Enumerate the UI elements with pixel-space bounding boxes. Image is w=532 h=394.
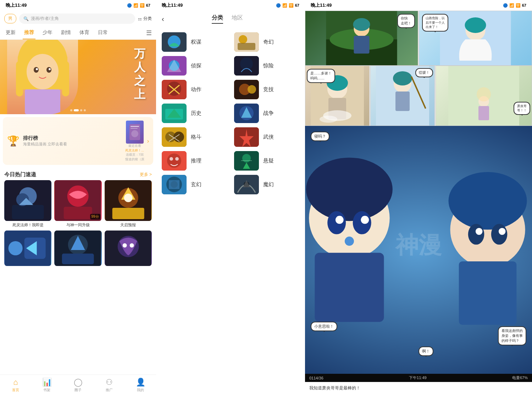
comic-name-1: 死灵法师！我即是: [4, 222, 51, 228]
back-button[interactable]: ‹: [162, 15, 164, 23]
bubble-sleeping: 寝吗？: [311, 132, 329, 141]
nav-home-label: 首页: [12, 388, 19, 393]
bubble-pose: 看我这彪悍的身姿，像有事的样子吗？: [498, 326, 526, 345]
svg-point-102: [336, 216, 344, 224]
cat-item-lishi[interactable]: 历史: [162, 104, 227, 123]
cat-label-zhentang: 侦探: [191, 62, 201, 69]
svg-point-103: [361, 216, 369, 224]
search-bar: 男 🔍 漫画/作者/主角 ⚏ 分类: [0, 11, 156, 27]
status-icons-reader: 🔵 📶 🛜 67: [503, 3, 526, 8]
svg-point-104: [345, 237, 354, 246]
comic-card-6[interactable]: [105, 231, 152, 266]
nav-promote-label: 推广: [106, 388, 113, 393]
cat-item-qihuan[interactable]: 奇幻: [234, 32, 299, 52]
bubble-5: 萧炎哥哥！！: [514, 102, 530, 115]
sig-icon-reader: 📶: [509, 3, 514, 8]
bubble-2: 山路危险，以后不要一个人出来了！: [422, 14, 448, 32]
cat-item-zhentang[interactable]: 侦探: [162, 56, 227, 76]
svg-rect-94: [478, 106, 489, 120]
cat-thumb-xuanyi: [234, 151, 259, 171]
banner-title: 万人之上: [134, 47, 145, 101]
bt-icon-reader: 🔵: [503, 3, 508, 8]
nav-circle[interactable]: ◯ 圈子: [62, 378, 94, 393]
home-icon: ⌂: [13, 378, 18, 387]
ranking-title: 排行榜: [23, 135, 122, 141]
comic-thumb-6: [105, 231, 152, 266]
cat-item-xuanyi[interactable]: 悬疑: [234, 151, 299, 171]
cat-item-dongzuo[interactable]: 动作: [162, 80, 227, 99]
comic-card-2[interactable]: 99分 与神一同升级: [54, 180, 101, 228]
menu-icon[interactable]: ☰: [146, 29, 152, 37]
svg-rect-41: [238, 43, 255, 50]
manga-cell-1: 你快走吧！: [305, 11, 418, 66]
cat-item-wuxia[interactable]: 武侠: [234, 127, 299, 147]
comic-thumb-2: 99分: [54, 180, 101, 221]
comic-thumb-3: [105, 180, 152, 221]
cat-item-xuanhuan[interactable]: 玄幻: [162, 175, 227, 194]
svg-point-61: [170, 157, 173, 161]
cat-row-5: 格斗 武侠: [156, 125, 305, 149]
svg-point-5: [36, 68, 38, 70]
tab-daily[interactable]: 日常: [96, 27, 109, 39]
category-button[interactable]: ⚏ 分类: [138, 16, 152, 22]
arrow-icon: ›: [147, 138, 149, 144]
cat-item-jingji[interactable]: 竞技: [234, 80, 299, 99]
cat-item-zhanzheng[interactable]: 战争: [234, 104, 299, 123]
battery-label: 67: [146, 3, 150, 7]
search-placeholder: 漫画/作者/主角: [31, 16, 59, 22]
nav-profile-label: 我的: [137, 388, 144, 393]
ranking-section[interactable]: 🏆 排行榜 海量精品漫画 立即去看看 最近在看 死灵法师！... 连: [3, 117, 153, 165]
reader-battery: 电量67%: [512, 375, 528, 381]
trophy-icon: 🏆: [7, 135, 20, 147]
more-button[interactable]: 更多 >: [140, 172, 152, 178]
tab-recommend[interactable]: 推荐: [23, 27, 35, 39]
cat-thumb-quanmou: [162, 32, 187, 52]
nav-bookshelf[interactable]: 📊 书架: [31, 378, 62, 393]
wifi-icon-reader: 🛜: [516, 3, 521, 8]
cat-label-quanmou: 权谋: [191, 39, 201, 45]
cat-thumb-zhanzheng: [234, 104, 259, 123]
cat-item-tuili[interactable]: 推理: [162, 151, 227, 171]
svg-rect-9: [62, 61, 69, 96]
tab-sports[interactable]: 体育: [78, 27, 91, 39]
comic-card-5[interactable]: [54, 231, 101, 266]
tab-category[interactable]: 分类: [212, 14, 223, 24]
svg-point-101: [353, 211, 371, 234]
tab-update[interactable]: 更新: [4, 27, 17, 39]
cat-item-mohuan[interactable]: 魔幻: [234, 175, 299, 194]
svg-point-98: [306, 157, 393, 221]
bubble-ah: 啊！: [419, 346, 433, 356]
svg-rect-75: [354, 36, 370, 54]
status-icons-main: 🔵 📶 🛜 67: [127, 3, 150, 8]
bottom-speech-strip: 我知道萧炎哥哥是最棒的！: [305, 382, 532, 394]
svg-point-108: [468, 224, 484, 245]
gender-button[interactable]: 男: [4, 14, 16, 23]
bat-label-cat: 67: [295, 3, 299, 7]
svg-point-40: [239, 35, 247, 44]
comic-card-3[interactable]: 天启预报: [105, 180, 152, 228]
svg-point-89: [393, 71, 412, 85]
comic-card-1[interactable]: 死灵法师！我即是: [4, 180, 51, 228]
cat-item-gedou[interactable]: 格斗: [162, 127, 227, 147]
bt-icon-cat: 🔵: [276, 3, 281, 8]
search-input-wrap[interactable]: 🔍 漫画/作者/主角: [19, 13, 135, 24]
cat-item-jingxian[interactable]: 惊险: [234, 56, 299, 76]
cat-row-1: 权谋 奇幻: [156, 30, 305, 54]
comic-card-4[interactable]: [4, 231, 51, 266]
bookshelf-icon: 📊: [42, 378, 52, 387]
cat-thumb-jingji: [234, 80, 259, 99]
tab-shonen[interactable]: 少年: [41, 27, 54, 39]
bat-label-reader: 67: [522, 3, 526, 7]
status-time-cat: 晚上11:49: [162, 2, 183, 9]
manga-row1: 你快走吧！ 山路危险，以后不要一个人出来了！: [305, 11, 532, 66]
nav-promote[interactable]: ⚇ 推广: [94, 378, 125, 393]
tab-drama[interactable]: 剧情: [60, 27, 72, 39]
svg-point-64: [242, 154, 251, 162]
nav-home[interactable]: ⌂ 首页: [0, 378, 31, 393]
nav-profile[interactable]: 👤 我的: [125, 378, 156, 393]
page-info: 0114/36: [309, 376, 323, 380]
svg-rect-99: [315, 253, 384, 322]
cat-label-lishi: 历史: [191, 110, 201, 117]
cat-item-quanmou[interactable]: 权谋: [162, 32, 227, 52]
tab-region[interactable]: 地区: [232, 14, 243, 24]
